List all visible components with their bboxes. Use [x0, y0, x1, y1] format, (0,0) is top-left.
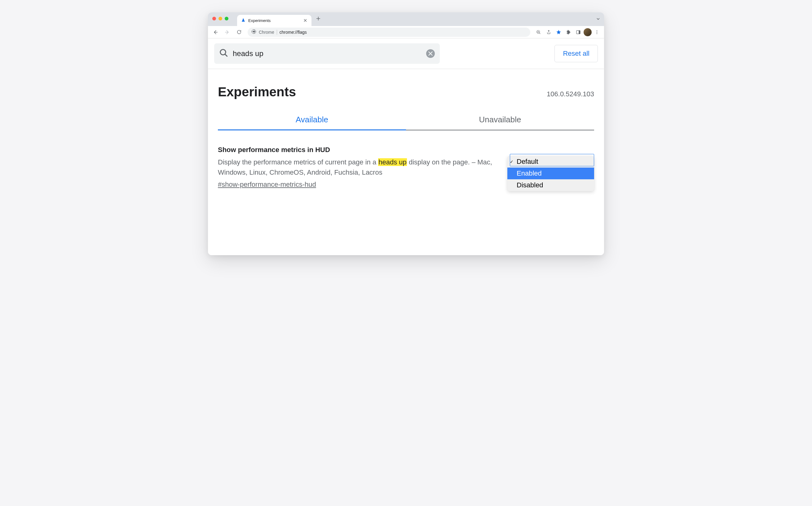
- omnibox-site-label: Chrome: [259, 30, 277, 35]
- dropdown-option-enabled[interactable]: Enabled: [507, 168, 594, 179]
- dropdown-menu: ✓ Default Enabled Disabled: [507, 156, 594, 191]
- extensions-icon[interactable]: [564, 27, 573, 37]
- content-area: Experiments 106.0.5249.103 Available Una…: [208, 69, 604, 209]
- flag-anchor-link[interactable]: #show-performance-metrics-hud: [218, 180, 316, 188]
- forward-button[interactable]: [222, 27, 232, 37]
- page-tabs: Available Unavailable: [218, 115, 594, 131]
- site-info-icon[interactable]: [251, 29, 256, 35]
- tab-available[interactable]: Available: [218, 115, 406, 131]
- svg-point-4: [597, 30, 597, 31]
- tab-unavailable[interactable]: Unavailable: [406, 115, 594, 131]
- toolbar-right: [534, 27, 602, 37]
- browser-window: Experiments Chrome: [208, 12, 604, 255]
- tabs-area: Experiments: [237, 12, 323, 26]
- sidepanel-icon[interactable]: [574, 27, 583, 37]
- profile-avatar[interactable]: [584, 28, 592, 36]
- tab-overflow-button[interactable]: [596, 17, 600, 22]
- omnibox[interactable]: Chrome chrome://flags: [248, 27, 530, 37]
- window-controls: [212, 17, 228, 20]
- new-tab-button[interactable]: [314, 14, 323, 23]
- zoom-icon[interactable]: [534, 27, 543, 37]
- flag-description: Display the performance metrics of curre…: [218, 157, 495, 177]
- back-button[interactable]: [210, 27, 220, 37]
- clear-search-button[interactable]: [426, 49, 435, 58]
- dropdown-option-default[interactable]: ✓ Default: [507, 156, 594, 168]
- overflow-menu-icon[interactable]: [592, 27, 602, 37]
- version-label: 106.0.5249.103: [547, 90, 594, 98]
- omnibox-url: chrome://flags: [280, 30, 307, 35]
- flag-desc-highlight: heads up: [378, 158, 407, 166]
- page-content: Reset all Experiments 106.0.5249.103 Ava…: [208, 38, 604, 255]
- search-icon: [219, 48, 228, 59]
- dropdown-option-label: Disabled: [517, 181, 543, 189]
- page-title: Experiments: [218, 85, 296, 99]
- search-input[interactable]: [233, 49, 422, 58]
- dropdown-option-label: Default: [517, 158, 538, 165]
- search-box[interactable]: [214, 44, 440, 64]
- tab-strip: Experiments: [208, 12, 604, 26]
- tab-title: Experiments: [248, 18, 300, 23]
- svg-point-5: [597, 31, 597, 32]
- header-row: Experiments 106.0.5249.103: [218, 85, 594, 99]
- tab-close-icon[interactable]: [303, 18, 308, 23]
- svg-point-6: [597, 33, 597, 34]
- reset-all-button[interactable]: Reset all: [555, 45, 598, 62]
- reload-button[interactable]: [234, 27, 244, 37]
- toolbar: Chrome chrome://flags: [208, 26, 604, 38]
- flag-title: Show performance metrics in HUD: [218, 146, 495, 154]
- flag-text: Show performance metrics in HUD Display …: [218, 146, 495, 189]
- flag-dropdown[interactable]: ✓ Default Enabled Disabled: [507, 156, 594, 191]
- window-minimize-button[interactable]: [219, 17, 222, 20]
- share-icon[interactable]: [544, 27, 553, 37]
- dropdown-option-disabled[interactable]: Disabled: [507, 179, 594, 191]
- search-row: Reset all: [208, 38, 604, 69]
- bookmark-star-icon[interactable]: [554, 27, 563, 37]
- window-maximize-button[interactable]: [225, 17, 228, 20]
- check-icon: ✓: [510, 159, 514, 164]
- dropdown-option-label: Enabled: [517, 169, 542, 177]
- flag-item: Show performance metrics in HUD Display …: [218, 146, 594, 191]
- window-close-button[interactable]: [212, 17, 216, 20]
- browser-tab[interactable]: Experiments: [237, 15, 311, 26]
- flask-icon: [241, 18, 246, 23]
- flag-desc-before: Display the performance metrics of curre…: [218, 158, 378, 166]
